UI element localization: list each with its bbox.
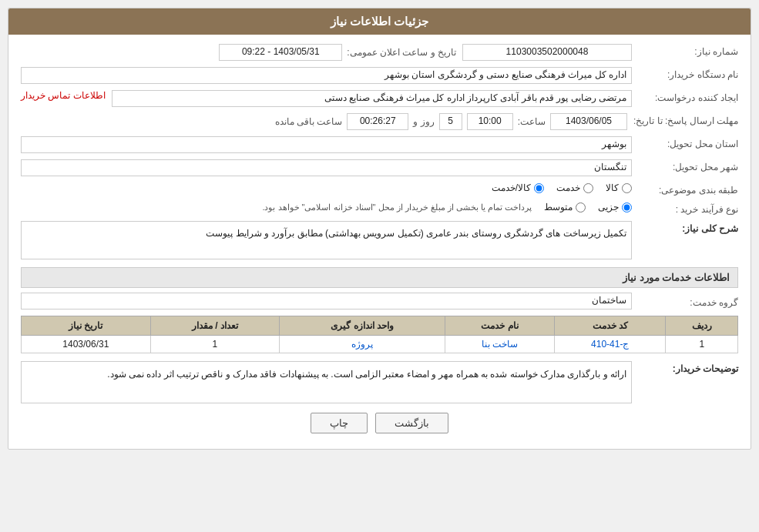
- deadline-time-label: ساعت:: [518, 116, 546, 127]
- items-table: ردیف کد خدمت نام خدمت واحد اندازه گیری ت…: [21, 316, 738, 353]
- services-section-title: اطلاعات خدمات مورد نیاز: [21, 267, 738, 288]
- service-group-value: ساختمان: [21, 293, 632, 309]
- category-radio-khedmat[interactable]: [583, 183, 593, 193]
- province-label: استان محل تحویل:: [638, 136, 738, 149]
- col-service-code: کد خدمت: [555, 316, 666, 336]
- creator-value: مرتضی رضایی پور قدم باقر آبادی کارپرداز …: [112, 90, 632, 107]
- category-radio-kala-khedmat[interactable]: [534, 183, 544, 193]
- deadline-time: 10:00: [467, 113, 513, 130]
- back-button[interactable]: بازگشت: [375, 413, 448, 433]
- purchase-type-motavas[interactable]: متوسط: [544, 202, 586, 212]
- action-buttons: بازگشت چاپ: [21, 413, 738, 433]
- purchase-type-note: پرداخت تمام یا بخشی از مبلغ خریدار از مح…: [262, 202, 532, 212]
- page-title: جزئیات اطلاعات نیاز: [8, 8, 751, 35]
- category-option-kala-khedmat[interactable]: کالا/خدمت: [492, 182, 544, 193]
- purchase-jozi-label: جزیی: [598, 202, 619, 212]
- purchase-type-label: نوع فرآیند خرید :: [638, 202, 738, 215]
- need-desc-value: تکمیل زیرساخت های گردشگری روستای بندر عا…: [21, 221, 632, 259]
- col-quantity: تعداد / مقدار: [150, 316, 280, 336]
- category-radio-kala[interactable]: [622, 183, 632, 193]
- announce-label: تاریخ و ساعت اعلان عمومی:: [347, 47, 456, 58]
- cell-unit[interactable]: پروژه: [280, 336, 445, 353]
- col-unit: واحد اندازه گیری: [280, 316, 445, 336]
- announce-value: 1403/05/31 - 09:22: [219, 44, 342, 61]
- creator-label: ایجاد کننده درخواست:: [638, 90, 738, 103]
- col-date: تاریخ نیاز: [22, 316, 151, 336]
- deadline-remaining: 00:26:27: [347, 113, 408, 130]
- deadline-days-label: روز و: [413, 116, 434, 127]
- col-row-num: ردیف: [666, 316, 738, 336]
- cell-date: 1403/06/31: [22, 336, 151, 353]
- purchase-type-group: جزیی متوسط پرداخت تمام یا بخشی از مبلغ خ…: [21, 202, 632, 212]
- buyer-org-label: نام دستگاه خریدار:: [638, 67, 738, 80]
- city-label: شهر محل تحویل:: [638, 159, 738, 172]
- table-row: 1 ج-41-410 ساخت بنا پروژه 1 1403/06/31: [22, 336, 738, 353]
- purchase-type-jozi[interactable]: جزیی: [598, 202, 632, 212]
- purchase-radio-motavas[interactable]: [576, 202, 586, 212]
- print-button[interactable]: چاپ: [311, 413, 368, 433]
- need-number-label: شماره نیاز:: [638, 44, 738, 57]
- deadline-date: 1403/06/05: [550, 113, 627, 130]
- col-service-name: نام خدمت: [445, 316, 554, 336]
- cell-service-name[interactable]: ساخت بنا: [445, 336, 554, 353]
- category-label: طبقه بندی موضوعی:: [638, 182, 738, 196]
- category-kala-label: کالا: [606, 182, 619, 193]
- category-option-kala[interactable]: کالا: [606, 182, 632, 193]
- cell-row-num: 1: [666, 336, 738, 353]
- province-value: بوشهر: [21, 136, 632, 153]
- cell-service-code[interactable]: ج-41-410: [555, 336, 666, 353]
- service-group-label: گروه خدمت:: [638, 295, 738, 308]
- buyer-notes-label: توضیحات خریدار:: [638, 361, 738, 374]
- contact-link[interactable]: اطلاعات تماس خریدار: [21, 90, 106, 101]
- deadline-days: 5: [439, 113, 462, 130]
- deadline-label: مهلت ارسال پاسخ: تا تاریخ:: [633, 113, 738, 126]
- category-khedmat-label: خدمت: [556, 182, 580, 193]
- category-kala-khedmat-label: کالا/خدمت: [492, 182, 531, 193]
- need-desc-label: شرح کلی نیاز:: [638, 221, 738, 234]
- purchase-radio-jozi[interactable]: [622, 202, 632, 212]
- buyer-org-value: اداره کل میراث فرهنگی صنایع دستی و گردشگ…: [21, 67, 632, 84]
- purchase-motavas-label: متوسط: [544, 202, 573, 212]
- cell-quantity: 1: [150, 336, 280, 353]
- category-option-khedmat[interactable]: خدمت: [556, 182, 593, 193]
- need-number-value: 1103003502000048: [462, 44, 632, 61]
- buyer-notes-value: ارائه و بارگذاری مدارک خواسته شده به همر…: [21, 361, 632, 403]
- deadline-remaining-label: ساعت باقی مانده: [275, 116, 343, 127]
- city-value: تنگستان: [21, 159, 632, 176]
- category-radio-group: کالا خدمت کالا/خدمت: [21, 182, 632, 193]
